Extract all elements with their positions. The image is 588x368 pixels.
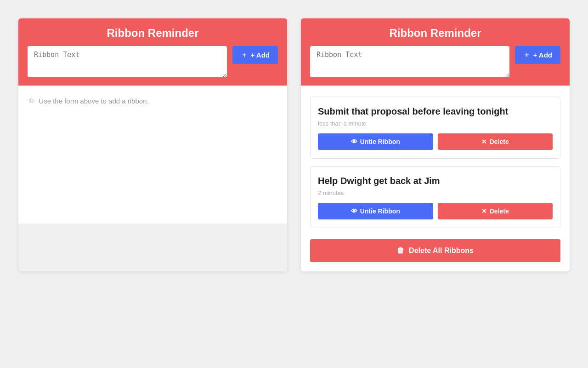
right-panel: Ribbon Reminder ＋ + Add Submit that prop…	[301, 18, 570, 271]
left-panel: Ribbon Reminder ＋ + Add ☺ Use the form a…	[18, 18, 287, 271]
app-container: Ribbon Reminder ＋ + Add ☺ Use the form a…	[9, 9, 579, 281]
plus-icon: ＋	[241, 51, 248, 59]
right-form-row: ＋ + Add	[310, 46, 560, 77]
left-panel-header: Ribbon Reminder ＋ + Add	[18, 18, 287, 86]
plus-icon-right: ＋	[523, 51, 530, 59]
ribbon-text-1: Submit that proposal before leaving toni…	[318, 105, 553, 117]
ribbon-time-1: less than a minute	[318, 120, 553, 127]
x-icon-1: ✕	[481, 138, 487, 145]
delete-all-button[interactable]: 🗑 Delete All Ribbons	[310, 239, 560, 262]
left-add-button[interactable]: ＋ + Add	[232, 46, 278, 64]
left-panel-body: ☺ Use the form above to add a ribbon.	[18, 86, 287, 224]
ribbon-card-2: Help Dwight get back at Jim 2 minutes 👁 …	[310, 166, 560, 228]
smiley-icon: ☺	[28, 97, 35, 105]
right-ribbon-input[interactable]	[310, 46, 509, 77]
untie-label-2: Untie Ribbon	[360, 207, 400, 215]
ribbon-list: Submit that proposal before leaving toni…	[310, 97, 560, 228]
ribbon-card-1: Submit that proposal before leaving toni…	[310, 97, 560, 159]
ribbon-actions-1: 👁 Untie Ribbon ✕ Delete	[318, 133, 553, 150]
right-panel-header: Ribbon Reminder ＋ + Add	[301, 18, 570, 86]
delete-button-1[interactable]: ✕ Delete	[438, 133, 553, 150]
empty-state-message: ☺ Use the form above to add a ribbon.	[28, 97, 278, 105]
left-form-row: ＋ + Add	[28, 46, 278, 77]
untie-button-2[interactable]: 👁 Untie Ribbon	[318, 203, 433, 219]
delete-label-2: Delete	[490, 207, 509, 215]
eye-icon-2: 👁	[351, 207, 357, 215]
left-add-button-label: + Add	[250, 51, 270, 59]
trash-icon: 🗑	[397, 247, 404, 255]
right-panel-footer: 🗑 Delete All Ribbons	[301, 239, 570, 271]
right-add-button[interactable]: ＋ + Add	[515, 46, 560, 64]
ribbon-text-2: Help Dwight get back at Jim	[318, 175, 553, 187]
ribbon-time-2: 2 minutes	[318, 190, 553, 196]
untie-label-1: Untie Ribbon	[360, 138, 400, 145]
eye-icon-1: 👁	[351, 138, 357, 145]
empty-message-text: Use the form above to add a ribbon.	[39, 97, 148, 105]
ribbon-actions-2: 👁 Untie Ribbon ✕ Delete	[318, 203, 553, 219]
x-icon-2: ✕	[481, 207, 487, 215]
delete-all-label: Delete All Ribbons	[409, 247, 474, 255]
untie-button-1[interactable]: 👁 Untie Ribbon	[318, 133, 433, 150]
right-panel-title: Ribbon Reminder	[310, 27, 560, 40]
left-ribbon-input[interactable]	[28, 46, 227, 77]
right-panel-body: Submit that proposal before leaving toni…	[301, 86, 570, 239]
delete-label-1: Delete	[490, 138, 509, 145]
right-add-button-label: + Add	[533, 51, 552, 59]
left-panel-title: Ribbon Reminder	[28, 27, 278, 40]
delete-button-2[interactable]: ✕ Delete	[438, 203, 553, 219]
